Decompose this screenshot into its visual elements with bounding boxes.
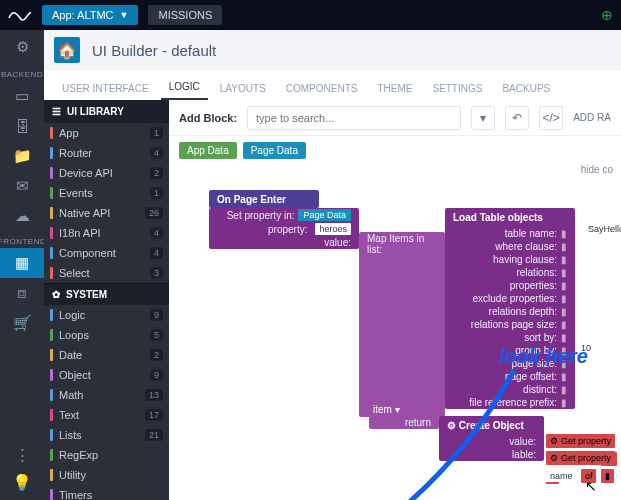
- tab-logic[interactable]: LOGIC: [161, 75, 208, 100]
- block-map-items[interactable]: Map Items in list:: [359, 232, 445, 417]
- brand-logo: [8, 3, 32, 27]
- main-tabs: USER INTERFACE LOGIC LAYOUTS COMPONENTS …: [44, 70, 621, 100]
- blocks-canvas: On Page Enter Set property in:Page Data …: [209, 190, 621, 500]
- app-data-chip[interactable]: App Data: [179, 142, 237, 159]
- ui-library-header: ☰ UI LIBRARY: [44, 100, 169, 123]
- lib-item-loops[interactable]: Loops5: [44, 325, 169, 345]
- lib-item-device-api[interactable]: Device API2: [44, 163, 169, 183]
- block-return[interactable]: return: [369, 416, 439, 429]
- lib-item-utility[interactable]: Utility: [44, 465, 169, 485]
- rail-id-icon[interactable]: ▭: [0, 81, 44, 111]
- system-header: ✿ SYSTEM: [44, 283, 169, 305]
- home-icon[interactable]: 🏠: [54, 37, 80, 63]
- hide-context-link[interactable]: hide co: [581, 164, 613, 175]
- topbar: App: ALTMC ▼ MISSIONS ⊕: [0, 0, 621, 30]
- stack-icon: ☰: [52, 106, 61, 117]
- lib-item-timers[interactable]: Timers: [44, 485, 169, 500]
- add-raw-btn[interactable]: ADD RA: [573, 112, 611, 123]
- block-load-table[interactable]: Load Table objects table name:▮where cla…: [445, 208, 575, 409]
- lib-item-lists[interactable]: Lists21: [44, 425, 169, 445]
- cursor-icon: ↖: [585, 478, 597, 494]
- item-chip[interactable]: item ▾: [369, 402, 425, 417]
- tab-backups[interactable]: BACKUPS: [494, 77, 558, 100]
- rail-database-icon[interactable]: 🗄: [0, 111, 44, 141]
- tab-layouts[interactable]: LAYOUTS: [212, 77, 274, 100]
- app-selector-label: App: ALTMC: [52, 9, 114, 21]
- rail-ui-builder-icon[interactable]: ▦: [0, 248, 44, 278]
- canvas[interactable]: Add Block: ▾ ↶ </> ADD RA App Data Page …: [169, 100, 621, 500]
- rail-mail-icon[interactable]: ✉: [0, 171, 44, 201]
- rail-backend-label: BACKEND: [1, 70, 43, 79]
- chevron-down-icon: ▼: [120, 10, 129, 20]
- tab-theme[interactable]: THEME: [369, 77, 420, 100]
- rail-misc-icon[interactable]: ⧈: [0, 278, 44, 308]
- lib-item-object[interactable]: Object9: [44, 365, 169, 385]
- table-name-value[interactable]: SayHelloToTheDatabase: [583, 223, 621, 235]
- annotation-text: look here: [499, 345, 588, 368]
- lib-item-date[interactable]: Date2: [44, 345, 169, 365]
- add-block-bar: Add Block: ▾ ↶ </> ADD RA: [169, 100, 621, 136]
- rail-dot-icon[interactable]: ⋮: [0, 440, 44, 470]
- lib-item-events[interactable]: Events1: [44, 183, 169, 203]
- tab-user-interface[interactable]: USER INTERFACE: [54, 77, 157, 100]
- code-button[interactable]: </>: [539, 106, 563, 130]
- page-title: UI Builder - default: [92, 42, 216, 59]
- lib-item-text[interactable]: Text17: [44, 405, 169, 425]
- lib-item-native-api[interactable]: Native API26: [44, 203, 169, 223]
- page-header: 🏠 UI Builder - default: [44, 30, 621, 70]
- gear-icon: ✿: [52, 289, 60, 300]
- rail-folder-icon[interactable]: 📁: [0, 141, 44, 171]
- nav-rail: ⚙ BACKEND ▭ 🗄 📁 ✉ ☁ FRONTEND ▦ ⧈ 🛒 ⋮ 💡: [0, 30, 44, 500]
- tab-components[interactable]: COMPONENTS: [278, 77, 366, 100]
- dropdown-toggle[interactable]: ▾: [471, 106, 495, 130]
- block-create-object[interactable]: ⚙ Create Object value: lable:: [439, 416, 544, 461]
- lib-item-select[interactable]: Select3: [44, 263, 169, 283]
- get-property-name[interactable]: ⚙ Get property name of ▮: [546, 447, 621, 483]
- rail-cart-icon[interactable]: 🛒: [0, 308, 44, 338]
- lib-item-app[interactable]: App1: [44, 123, 169, 143]
- globe-icon[interactable]: ⊕: [601, 7, 613, 23]
- settings-icon[interactable]: ⚙: [0, 30, 44, 64]
- lib-item-math[interactable]: Math13: [44, 385, 169, 405]
- block-on-page-enter[interactable]: On Page Enter: [209, 190, 319, 208]
- lib-item-logic[interactable]: Logic9: [44, 305, 169, 325]
- tab-settings[interactable]: SETTINGS: [424, 77, 490, 100]
- ui-library-pane: ☰ UI LIBRARY App1Router4Device API2Event…: [44, 100, 169, 500]
- undo-button[interactable]: ↶: [505, 106, 529, 130]
- add-block-label: Add Block:: [179, 112, 237, 124]
- lib-item-router[interactable]: Router4: [44, 143, 169, 163]
- rail-cloud-icon[interactable]: ☁: [0, 201, 44, 231]
- bulb-icon[interactable]: 💡: [0, 470, 44, 500]
- missions-button[interactable]: MISSIONS: [148, 5, 222, 25]
- lib-item-component[interactable]: Component4: [44, 243, 169, 263]
- page-data-chip[interactable]: Page Data: [243, 142, 306, 159]
- rail-frontend-label: FRONTEND: [0, 237, 46, 246]
- search-input[interactable]: [247, 106, 461, 130]
- app-selector[interactable]: App: ALTMC ▼: [42, 5, 138, 25]
- block-set-property[interactable]: Set property in:Page Data property:heroe…: [209, 208, 359, 249]
- lib-item-regexp[interactable]: RegExp: [44, 445, 169, 465]
- lib-item-i18n-api[interactable]: I18n API4: [44, 223, 169, 243]
